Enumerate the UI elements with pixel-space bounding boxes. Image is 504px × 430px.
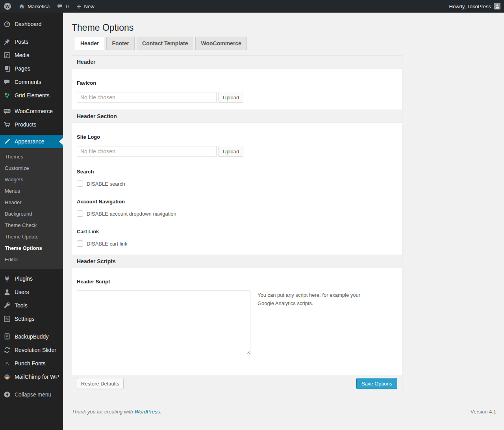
sidebar-item-products[interactable]: Products: [0, 118, 63, 131]
save-options-button[interactable]: Save Options: [356, 378, 397, 389]
mailchimp-monkey-icon: [3, 373, 11, 381]
sidebar: Dashboard Posts Media Pages Commen: [0, 13, 63, 430]
wrench-icon: [3, 302, 11, 309]
sidebar-item-punch-fonts[interactable]: A Punch Fonts: [0, 357, 63, 370]
header-script-label: Header Script: [77, 268, 397, 285]
new-label: New: [84, 4, 94, 9]
comments-menu[interactable]: 0: [53, 0, 72, 13]
sidebar-item-settings[interactable]: Settings: [0, 312, 63, 326]
theme-options-panel: Header Favicon Upload Header Section Sit…: [72, 55, 402, 392]
site-logo-label: Site Logo: [77, 123, 397, 140]
disable-account-nav-checkbox-label: DISABLE account dropdown navigation: [87, 211, 176, 217]
letter-a-icon: A: [3, 359, 11, 367]
comments-count: 0: [66, 4, 69, 9]
sidebar-item-mailchimp[interactable]: MailChimp for WP: [0, 370, 63, 383]
brush-icon: [3, 138, 11, 145]
footer-thanks: Thank you for creating with WordPress.: [72, 409, 161, 415]
tab-footer[interactable]: Footer: [106, 37, 135, 50]
sidebar-item-tools[interactable]: Tools: [0, 299, 63, 312]
comment-bubble-icon: [57, 3, 63, 10]
submenu-editor[interactable]: Editor: [0, 254, 63, 265]
svg-text:Woo: Woo: [4, 110, 10, 112]
new-content-menu[interactable]: New: [72, 0, 98, 13]
sidebar-item-comments[interactable]: Comments: [0, 75, 63, 89]
sidebar-item-posts[interactable]: Posts: [0, 35, 63, 48]
submenu-customize[interactable]: Customize: [0, 162, 63, 174]
sidebar-item-media[interactable]: Media: [0, 48, 63, 62]
disable-search-checkbox[interactable]: [77, 181, 83, 187]
section-header: Header: [72, 56, 402, 69]
collapse-arrow-icon: [3, 391, 11, 398]
cart-icon: [3, 121, 11, 128]
sidebar-item-revolution-slider[interactable]: Revolution Slider: [0, 343, 63, 357]
submenu-theme-update[interactable]: Theme Update: [0, 231, 63, 242]
page-title: Theme Options: [72, 13, 496, 34]
sliders-icon: [3, 315, 11, 323]
favicon-upload-button[interactable]: Upload: [219, 92, 243, 103]
user-icon: [3, 288, 11, 296]
sidebar-item-grid-elements[interactable]: Grid Elements: [0, 89, 63, 102]
disable-account-nav-checkbox[interactable]: [77, 210, 83, 217]
woocommerce-icon: Woo: [3, 107, 11, 115]
submenu-header[interactable]: Header: [0, 197, 63, 208]
site-name-menu[interactable]: Marketica: [15, 0, 53, 13]
submenu-background[interactable]: Background: [0, 208, 63, 220]
tab-contact-template[interactable]: Contact Template: [137, 37, 193, 50]
site-logo-upload-button[interactable]: Upload: [219, 146, 243, 157]
account-navigation-label: Account Navigation: [77, 187, 397, 205]
svg-text:A: A: [6, 361, 9, 367]
collapse-menu-button[interactable]: Collapse menu: [0, 388, 63, 401]
wp-logo-menu[interactable]: W: [0, 0, 15, 13]
sidebar-item-appearance[interactable]: Appearance: [0, 135, 63, 148]
sidebar-item-plugins[interactable]: Plugins: [0, 272, 63, 285]
refresh-icon: [3, 346, 11, 354]
pages-icon: [3, 65, 11, 73]
dashboard-icon: [3, 20, 11, 28]
plug-icon: [3, 275, 11, 283]
submenu-themes[interactable]: Themes: [0, 151, 63, 162]
search-label: Search: [77, 157, 397, 175]
main-content: Theme Options HeaderFooterContact Templa…: [63, 13, 504, 430]
tab-bar: HeaderFooterContact TemplateWooCommerce: [72, 37, 496, 50]
site-logo-input[interactable]: [77, 146, 217, 157]
wordpress-link[interactable]: WordPress: [135, 409, 160, 415]
admin-bar: W Marketica 0 New Howdy, TokoPress: [0, 0, 504, 13]
panel-footer: Restore Defaults Save Options: [72, 375, 402, 392]
sidebar-item-backupbuddy[interactable]: BackupBuddy: [0, 330, 63, 343]
favicon-input[interactable]: [77, 92, 217, 103]
tab-header[interactable]: Header: [75, 37, 104, 50]
avatar: [494, 3, 500, 9]
cart-link-label: Cart Link: [77, 217, 397, 235]
header-script-textarea[interactable]: [77, 290, 250, 355]
wordpress-logo-icon: W: [4, 2, 11, 10]
pin-icon: [3, 38, 11, 46]
disable-cart-link-checkbox[interactable]: [77, 240, 83, 247]
media-icon: [3, 51, 11, 59]
sidebar-item-users[interactable]: Users: [0, 285, 63, 299]
section-header-section: Header Section: [72, 110, 402, 123]
sidebar-item-dashboard[interactable]: Dashboard: [0, 17, 63, 31]
section-header-scripts: Header Scripts: [72, 255, 402, 268]
submenu-theme-options[interactable]: Theme Options: [0, 242, 63, 254]
howdy-text: Howdy, TokoPress: [449, 4, 491, 9]
sidebar-item-woocommerce[interactable]: Woo WooCommerce: [0, 104, 63, 118]
version-text: Version 4.1: [471, 409, 496, 415]
backup-safe-icon: [3, 333, 11, 341]
submenu-widgets[interactable]: Widgets: [0, 174, 63, 185]
comments-icon: [3, 78, 11, 86]
submenu-menus[interactable]: Menus: [0, 185, 63, 197]
site-name: Marketica: [28, 4, 50, 9]
appearance-submenu: Themes Customize Widgets Menus Header Ba…: [0, 148, 63, 269]
header-script-note: You can put any script here, for example…: [258, 290, 378, 355]
disable-cart-link-checkbox-label: DISABLE cart link: [87, 241, 127, 247]
page-footer: Thank you for creating with WordPress. V…: [72, 409, 496, 422]
person-icon: [495, 4, 500, 9]
grid-elements-icon: [3, 91, 11, 99]
submenu-theme-check[interactable]: Theme Check: [0, 220, 63, 231]
tab-woocommerce[interactable]: WooCommerce: [195, 37, 246, 50]
account-menu[interactable]: Howdy, TokoPress: [446, 0, 504, 13]
svg-text:W: W: [6, 4, 10, 9]
home-icon: [19, 3, 25, 10]
restore-defaults-button[interactable]: Restore Defaults: [77, 378, 124, 389]
sidebar-item-pages[interactable]: Pages: [0, 62, 63, 75]
